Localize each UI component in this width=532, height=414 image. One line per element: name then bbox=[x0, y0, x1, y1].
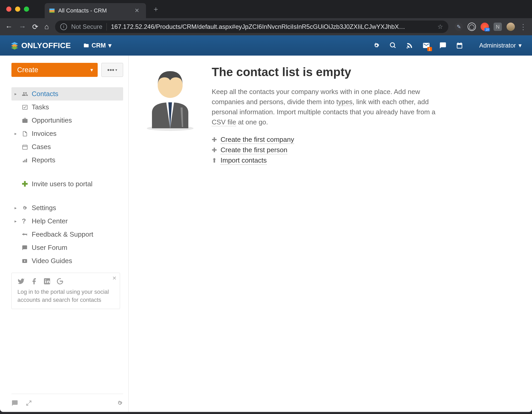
minimize-window-button[interactable] bbox=[15, 6, 20, 12]
extension-icon[interactable]: ✎ bbox=[455, 23, 463, 31]
brand-name: ONLYOFFICE bbox=[21, 41, 71, 50]
back-button[interactable]: ← bbox=[5, 23, 12, 31]
empty-state-illustration bbox=[144, 66, 199, 402]
chat-icon[interactable] bbox=[11, 400, 18, 406]
module-selector[interactable]: CRM ▾ bbox=[83, 42, 112, 49]
sidebar-item-invoices[interactable]: ▸ Invoices bbox=[11, 127, 123, 140]
sidebar-item-forum[interactable]: User Forum bbox=[11, 241, 123, 254]
social-login-hint: ✕ Log in to the portal using your social… bbox=[11, 273, 120, 309]
play-icon bbox=[22, 258, 28, 264]
mail-icon[interactable]: 1 bbox=[422, 41, 431, 50]
expand-icon: ▸ bbox=[15, 91, 18, 96]
settings-gear-icon[interactable] bbox=[372, 41, 381, 50]
plus-icon: ✚ bbox=[22, 180, 28, 188]
sidebar-item-label: Feedback & Support bbox=[32, 230, 93, 238]
svg-point-6 bbox=[390, 43, 394, 47]
sidebar-item-contacts[interactable]: ▸ Contacts bbox=[11, 87, 123, 101]
profile-avatar[interactable] bbox=[507, 23, 515, 31]
svg-rect-1 bbox=[49, 10, 55, 12]
chevron-down-icon: ▾ bbox=[108, 42, 111, 49]
svg-rect-16 bbox=[24, 160, 25, 162]
tasks-icon bbox=[22, 104, 28, 110]
sidebar-item-label: Help Center bbox=[32, 217, 68, 225]
megaphone-icon bbox=[22, 232, 28, 237]
site-info-icon[interactable]: i bbox=[60, 23, 67, 30]
user-menu[interactable]: Administrator ▾ bbox=[479, 42, 522, 49]
create-company-link[interactable]: Create the first company bbox=[221, 136, 294, 144]
sidebar-item-label: Invite users to portal bbox=[32, 180, 92, 188]
user-name: Administrator bbox=[479, 42, 516, 49]
twitter-icon[interactable] bbox=[17, 278, 25, 285]
sidebar-item-label: Tasks bbox=[32, 103, 49, 111]
browser-toolbar: ← → ⟳ ⌂ i Not Secure 167.172.52.246/Prod… bbox=[0, 18, 532, 35]
sidebar-item-label: Reports bbox=[32, 156, 55, 164]
more-actions-button[interactable]: ••• ▾ bbox=[101, 63, 123, 77]
module-label: CRM bbox=[92, 42, 106, 49]
svg-line-7 bbox=[394, 46, 395, 48]
close-window-button[interactable] bbox=[6, 6, 11, 12]
briefcase-icon bbox=[22, 117, 28, 124]
csv-link[interactable]: CSV file bbox=[212, 118, 236, 126]
feed-icon[interactable] bbox=[405, 41, 414, 50]
chart-icon bbox=[22, 157, 28, 163]
sidebar-item-settings[interactable]: ▸ Settings bbox=[11, 201, 123, 215]
contacts-icon bbox=[22, 91, 28, 97]
folder-icon bbox=[83, 43, 89, 48]
forward-button[interactable]: → bbox=[19, 23, 26, 31]
search-icon[interactable] bbox=[388, 41, 398, 50]
security-label: Not Secure bbox=[71, 23, 107, 30]
sidebar-item-label: Opportunities bbox=[32, 116, 72, 124]
extension-badge: 18 bbox=[484, 28, 490, 31]
sidebar-item-tasks[interactable]: Tasks bbox=[11, 101, 123, 114]
browser-menu-button[interactable]: ⋮ bbox=[520, 23, 527, 31]
bookmark-star-icon[interactable]: ☆ bbox=[437, 23, 443, 30]
linkedin-icon[interactable] bbox=[43, 278, 51, 285]
facebook-icon[interactable] bbox=[30, 278, 38, 285]
plus-icon: ✚ bbox=[212, 136, 217, 143]
svg-rect-21 bbox=[45, 281, 46, 283]
window-controls bbox=[6, 6, 29, 12]
sidebar: Create ••• ▾ ▸ Contacts Tasks Opportun bbox=[0, 56, 129, 412]
sidebar-item-cases[interactable]: Cases bbox=[11, 140, 123, 153]
create-button[interactable]: Create bbox=[11, 63, 98, 77]
plus-icon: ✚ bbox=[212, 146, 217, 154]
maximize-window-button[interactable] bbox=[24, 6, 29, 12]
sidebar-item-reports[interactable]: Reports bbox=[11, 153, 123, 167]
help-icon: ? bbox=[22, 217, 28, 225]
new-tab-button[interactable]: ＋ bbox=[152, 4, 159, 14]
svg-rect-9 bbox=[24, 134, 26, 134]
extension-icon[interactable]: 18 bbox=[481, 23, 489, 31]
sidebar-item-invite[interactable]: ✚ Invite users to portal bbox=[11, 177, 123, 191]
address-bar[interactable]: i Not Secure 167.172.52.246/Products/CRM… bbox=[55, 21, 448, 33]
browser-tab[interactable]: All Contacts - CRM ✕ bbox=[45, 3, 146, 18]
sidebar-item-label: User Forum bbox=[32, 244, 67, 252]
svg-rect-11 bbox=[23, 145, 27, 149]
sidebar-item-label: Settings bbox=[32, 204, 56, 212]
sidebar-item-opportunities[interactable]: Opportunities bbox=[11, 114, 123, 127]
gear-icon[interactable] bbox=[116, 400, 123, 406]
extension-icon[interactable]: ◯ bbox=[468, 23, 476, 31]
reload-button[interactable]: ⟳ bbox=[32, 23, 38, 31]
brand-logo[interactable]: ONLYOFFICE bbox=[10, 41, 71, 50]
tab-close-button[interactable]: ✕ bbox=[133, 7, 141, 14]
sidebar-item-video[interactable]: Video Guides bbox=[11, 254, 123, 268]
home-button[interactable]: ⌂ bbox=[44, 23, 49, 31]
expand-icon: ▸ bbox=[15, 205, 18, 210]
extension-icon[interactable]: N bbox=[494, 23, 502, 31]
svg-rect-0 bbox=[49, 9, 55, 10]
mail-badge: 1 bbox=[427, 47, 432, 51]
chat-icon[interactable] bbox=[438, 41, 448, 50]
app-header: ONLYOFFICE CRM ▾ 1 Administrator ▾ bbox=[0, 35, 532, 56]
types-link[interactable]: types bbox=[336, 98, 353, 106]
expand-icon[interactable] bbox=[25, 400, 32, 406]
chevron-down-icon: ▾ bbox=[518, 42, 522, 49]
sidebar-item-feedback[interactable]: Feedback & Support bbox=[11, 228, 123, 241]
calendar-icon[interactable] bbox=[455, 41, 464, 50]
create-person-link[interactable]: Create the first person bbox=[221, 146, 287, 154]
google-icon[interactable] bbox=[56, 278, 64, 285]
close-icon[interactable]: ✕ bbox=[112, 275, 117, 281]
sidebar-item-help[interactable]: ▸ ? Help Center bbox=[11, 215, 123, 228]
upload-icon: ⬆ bbox=[212, 157, 217, 164]
import-contacts-link[interactable]: Import contacts bbox=[221, 156, 267, 165]
svg-rect-10 bbox=[24, 135, 26, 135]
